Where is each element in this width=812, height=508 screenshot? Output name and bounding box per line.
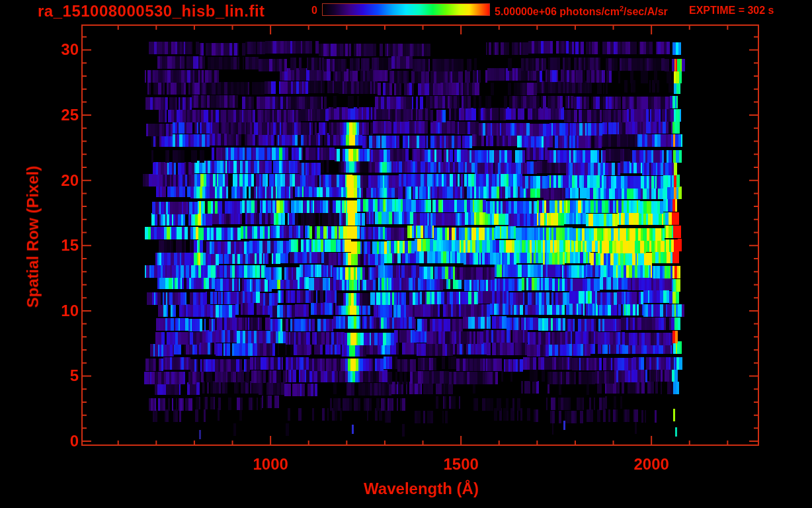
y-tick-label: 15: [61, 236, 79, 255]
colorbar-max-prefix: 5.00000e+06 photons/cm: [495, 6, 620, 17]
spectrogram-viewer: ra_151008000530_hisb_lin.fit 0 5.00000e+…: [0, 0, 812, 508]
y-axis-title: Spatial Row (Pixel): [24, 166, 42, 308]
y-tick-label: 20: [61, 171, 79, 190]
y-tick-label: 25: [61, 106, 79, 124]
exptime-label: EXPTIME = 302 s: [689, 5, 774, 17]
colorbar-min-label: 0: [311, 5, 317, 17]
colorbar: [322, 3, 490, 16]
colorbar-max-label: 5.00000e+06 photons/cm2/sec/A/sr: [495, 5, 668, 18]
x-axis-title: Wavelength (Å): [364, 480, 479, 497]
plot-title: ra_151008000530_hisb_lin.fit: [38, 3, 265, 20]
spectrogram-canvas: [0, 0, 812, 508]
x-tick-label: 1500: [443, 455, 478, 474]
y-tick-label: 5: [70, 366, 79, 385]
colorbar-max-suffix: /sec/A/sr: [624, 6, 668, 17]
y-tick-label: 10: [61, 302, 79, 320]
y-tick-label: 30: [61, 40, 79, 59]
y-tick-label: 0: [70, 432, 79, 450]
x-tick-label: 2000: [633, 455, 669, 474]
x-tick-label: 1000: [253, 455, 288, 474]
